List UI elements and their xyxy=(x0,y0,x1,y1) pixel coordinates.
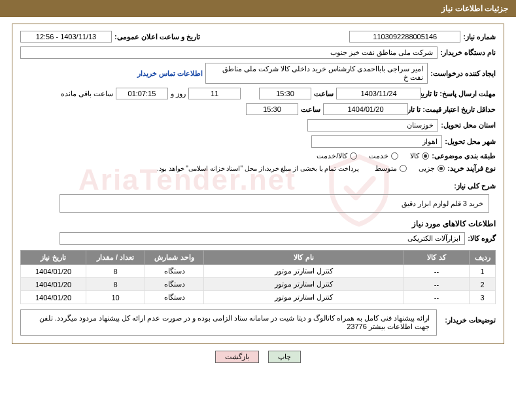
th-name: نام کالا xyxy=(204,251,404,265)
province-value: خوزستان xyxy=(307,119,438,131)
radio-partial-label: جزیی xyxy=(419,164,435,173)
items-section-title: اطلاعات کالاهای مورد نیاز xyxy=(20,219,496,228)
th-need-date: تاریخ نیاز xyxy=(21,251,86,265)
radio-medium[interactable] xyxy=(400,165,407,172)
cell-need-date: 1404/01/20 xyxy=(21,291,86,304)
deadline-label: مهلت ارسال پاسخ: تا تاریخ: xyxy=(424,90,496,98)
radio-goods[interactable] xyxy=(422,152,429,160)
validity-time-value: 15:30 xyxy=(246,103,298,115)
payment-note: پرداخت تمام یا بخشی از مبلغ خرید،از محل … xyxy=(157,165,359,172)
days-and-label: روز و xyxy=(171,90,186,98)
cell-qty: 10 xyxy=(86,291,145,304)
cell-unit: دستگاه xyxy=(145,278,204,291)
radio-service-label: خدمت xyxy=(369,152,388,160)
deadline-date-value: 1403/11/24 xyxy=(336,88,421,99)
th-code: کد کالا xyxy=(404,251,470,265)
cell-row: 3 xyxy=(470,291,496,304)
hours-remaining-value: 01:07:15 xyxy=(116,88,168,99)
radio-partial[interactable] xyxy=(438,165,445,172)
buyer-org-value: شرکت ملی مناطق نفت خیز جنوب xyxy=(20,46,438,59)
back-button[interactable]: بازگشت xyxy=(215,351,259,363)
th-qty: تعداد / مقدار xyxy=(86,251,145,265)
cell-name: کنترل استارتر موتور xyxy=(204,291,404,304)
buyer-notes-value: ارائه پیشنهاد فنی کامل به همراه کاتالوگ … xyxy=(20,309,437,336)
table-row: 2 -- کنترل استارتر موتور دستگاه 8 1404/0… xyxy=(21,278,496,291)
need-number-value: 1103092288005146 xyxy=(349,31,460,43)
radio-both-label: کالا/خدمت xyxy=(317,152,347,160)
cell-code: -- xyxy=(404,265,470,278)
buyer-org-label: نام دستگاه خریدار: xyxy=(440,48,496,57)
announce-date-label: تاریخ و ساعت اعلان عمومی: xyxy=(114,33,200,41)
validity-label: حداقل تاریخ اعتبار قیمت: تا تاریخ: xyxy=(411,105,496,114)
group-label: گروه کالا: xyxy=(468,234,496,243)
buyer-notes-label: توضیحات خریدار: xyxy=(437,309,496,324)
radio-medium-label: متوسط xyxy=(375,164,397,173)
city-label: شهر محل تحویل: xyxy=(445,137,496,146)
radio-goods-label: کالا xyxy=(410,152,419,160)
cell-row: 2 xyxy=(470,278,496,291)
th-row: ردیف xyxy=(470,251,496,265)
cell-qty: 8 xyxy=(86,278,145,291)
cell-unit: دستگاه xyxy=(145,291,204,304)
process-radio-group: جزیی متوسط xyxy=(375,164,445,173)
announce-date-value: 1403/11/13 - 12:56 xyxy=(20,31,112,43)
page-title: جزئیات اطلاعات نیاز xyxy=(0,0,516,17)
category-radio-group: کالا خدمت کالا/خدمت xyxy=(317,152,429,160)
validity-date-value: 1404/01/20 xyxy=(323,103,408,115)
group-value: ابزارآلات الکتریکی xyxy=(60,232,465,245)
details-panel: شماره نیاز: 1103092288005146 تاریخ و ساع… xyxy=(12,24,504,344)
deadline-time-value: 15:30 xyxy=(259,88,311,99)
cell-name: کنترل استارتر موتور xyxy=(204,278,404,291)
remaining-label: ساعت باقی مانده xyxy=(61,90,113,98)
cell-need-date: 1404/01/20 xyxy=(21,278,86,291)
cell-need-date: 1404/01/20 xyxy=(21,265,86,278)
cell-code: -- xyxy=(404,291,470,304)
table-row: 3 -- کنترل استارتر موتور دستگاه 10 1404/… xyxy=(21,291,496,304)
cell-code: -- xyxy=(404,278,470,291)
items-table: ردیف کد کالا نام کالا واحد شمارش تعداد /… xyxy=(20,250,496,304)
cell-name: کنترل استارتر موتور xyxy=(204,265,404,278)
validity-time-label: ساعت xyxy=(301,105,320,114)
need-number-label: شماره نیاز: xyxy=(463,33,496,41)
th-unit: واحد شمارش xyxy=(145,251,204,265)
cell-row: 1 xyxy=(470,265,496,278)
buyer-contact-link[interactable]: اطلاعات تماس خریدار xyxy=(137,69,203,78)
requester-value: امیر سراجی بابااحمدی کارشناس خرید داخلی … xyxy=(205,63,428,84)
province-label: استان محل تحویل: xyxy=(441,121,496,130)
cell-unit: دستگاه xyxy=(145,265,204,278)
print-button[interactable]: چاپ xyxy=(268,351,301,363)
process-label: نوع فرآیند خرید: xyxy=(447,164,496,173)
radio-service[interactable] xyxy=(391,152,398,160)
days-remaining-value: 11 xyxy=(188,88,241,99)
cell-qty: 8 xyxy=(86,265,145,278)
city-value: اهواز xyxy=(311,135,442,148)
category-label: طبقه بندی موضوعی: xyxy=(432,152,496,160)
radio-both[interactable] xyxy=(350,152,357,160)
need-desc-label: شرح کلی نیاز: xyxy=(454,182,496,190)
deadline-time-label: ساعت xyxy=(314,90,334,98)
need-desc-value: خرید 3 قلم لوازم ابزار دقیق xyxy=(60,194,489,213)
requester-label: ایجاد کننده درخواست: xyxy=(430,69,496,78)
table-row: 1 -- کنترل استارتر موتور دستگاه 8 1404/0… xyxy=(21,265,496,278)
